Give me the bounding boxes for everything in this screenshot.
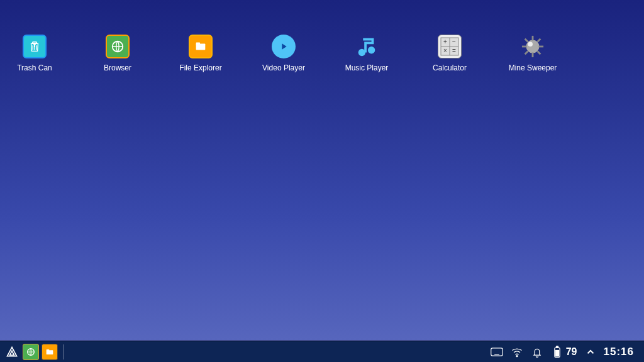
svg-rect-39 xyxy=(556,346,558,348)
trash-can-icon xyxy=(23,35,47,58)
svg-text:×: × xyxy=(443,47,447,54)
start-button[interactable] xyxy=(4,344,20,360)
keyboard-icon[interactable] xyxy=(491,346,503,358)
desktop-icon-mine-sweeper[interactable]: Mine Sweeper xyxy=(511,35,555,72)
desktop-icon-label: Trash Can xyxy=(17,63,52,72)
wifi-icon[interactable] xyxy=(511,346,523,358)
video-player-icon xyxy=(272,35,296,58)
taskbar-pinned-browser[interactable] xyxy=(23,344,39,360)
desktop-icon-browser[interactable]: Browser xyxy=(96,35,140,72)
svg-text:=: = xyxy=(452,47,456,54)
browser-icon xyxy=(106,35,130,58)
desktop-icon-video-player[interactable]: Video Player xyxy=(262,35,306,72)
desktop-icon-label: File Explorer xyxy=(179,63,221,72)
notifications-icon[interactable] xyxy=(531,346,543,358)
svg-rect-24 xyxy=(47,349,50,351)
svg-rect-2 xyxy=(196,43,200,45)
desktop-icon-music-player[interactable]: Music Player xyxy=(345,35,389,72)
svg-line-18 xyxy=(525,39,528,42)
svg-line-21 xyxy=(525,52,528,55)
svg-text:−: − xyxy=(452,38,456,45)
svg-rect-1 xyxy=(196,43,206,50)
taskbar-separator xyxy=(63,344,64,359)
svg-point-3 xyxy=(358,49,365,56)
taskbar-pinned-file-explorer[interactable] xyxy=(42,344,58,360)
taskbar-left xyxy=(4,344,67,360)
desktop-icon-label: Mine Sweeper xyxy=(509,63,557,72)
svg-point-12 xyxy=(526,40,540,53)
svg-point-13 xyxy=(528,41,533,47)
file-explorer-icon xyxy=(189,35,213,58)
svg-rect-40 xyxy=(555,350,558,356)
desktop-icon-label: Video Player xyxy=(262,63,305,72)
taskbar-tray: 79 15:16 xyxy=(491,346,640,358)
desktop-icon-label: Browser xyxy=(104,63,131,72)
svg-line-19 xyxy=(538,52,541,55)
taskbar: 79 15:16 xyxy=(0,341,644,362)
desktop: Trash Can Browser File Explorer Video Pl… xyxy=(0,0,644,341)
desktop-icon-trash-can[interactable]: Trash Can xyxy=(13,35,57,72)
desktop-icon-label: Music Player xyxy=(345,63,389,72)
svg-point-37 xyxy=(516,355,518,356)
desktop-icon-label: Calculator xyxy=(433,63,467,72)
clock[interactable]: 15:16 xyxy=(604,346,634,358)
music-player-icon xyxy=(355,35,379,58)
svg-rect-23 xyxy=(47,350,53,354)
calculator-icon: +−×= xyxy=(438,35,462,58)
svg-text:+: + xyxy=(443,38,447,45)
desktop-icon-calculator[interactable]: +−×= Calculator xyxy=(428,35,472,72)
battery-indicator[interactable]: 79 xyxy=(551,346,577,358)
desktop-icon-file-explorer[interactable]: File Explorer xyxy=(179,35,223,72)
tray-expand-icon[interactable] xyxy=(585,346,596,358)
mine-sweeper-icon xyxy=(521,35,545,58)
svg-line-20 xyxy=(538,39,541,42)
svg-point-4 xyxy=(368,47,375,53)
battery-level-text: 79 xyxy=(566,346,577,358)
